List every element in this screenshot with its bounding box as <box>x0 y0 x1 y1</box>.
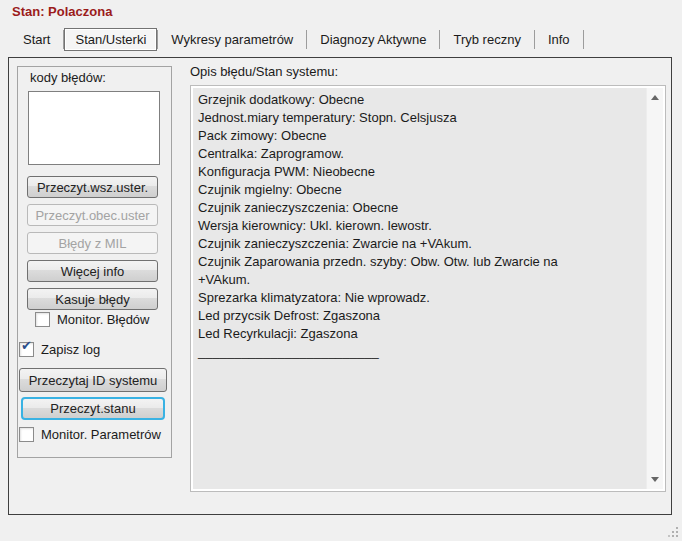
clear-errors-button[interactable]: Kasuje błędy <box>27 288 158 310</box>
tab-stan-usterki[interactable]: Stan/Usterki <box>64 28 157 51</box>
status-line: Sprezarka klimatyzatora: Nie wprowadz. <box>193 289 646 307</box>
mil-errors-button[interactable]: Błędy z MIL <box>27 232 158 254</box>
tab-wykresy-parametrow[interactable]: Wykresy parametrów <box>158 28 306 51</box>
vertical-scrollbar[interactable] <box>646 88 663 489</box>
status-separator-line: _________________________ <box>193 343 646 361</box>
status-line: Czujnik mgielny: Obecne <box>193 181 646 199</box>
read-system-id-button[interactable]: Przeczytaj ID systemu <box>19 368 167 392</box>
checkbox-box[interactable] <box>19 427 34 442</box>
checkbox-label: Monitor. Błędów <box>57 312 150 327</box>
monitor-errors-checkbox[interactable]: Monitor. Błędów <box>35 312 150 327</box>
resize-grip-icon[interactable] <box>676 527 678 529</box>
status-line: Grzejnik dodatkowy: Obecne <box>193 91 646 109</box>
save-log-checkbox[interactable]: ✔ Zapisz log <box>19 342 100 357</box>
more-info-button[interactable]: Więcej info <box>27 260 158 282</box>
status-line: Pack zimowy: Obecne <box>193 127 646 145</box>
app-window: Stan: Polaczona Start Stan/Usterki Wykre… <box>0 0 682 541</box>
tab-diagnozy-aktywne[interactable]: Diagnozy Aktywne <box>307 28 439 51</box>
tab-start[interactable]: Start <box>10 28 63 51</box>
checkbox-box[interactable] <box>35 312 50 327</box>
error-codes-listbox[interactable] <box>28 91 160 165</box>
tab-separator <box>583 30 584 49</box>
status-line: Wersja kierownicy: Ukl. kierown. lewostr… <box>193 217 646 235</box>
checkmark-icon: ✔ <box>21 339 32 352</box>
checkbox-label: Monitor. Parametrów <box>41 427 161 442</box>
read-status-button[interactable]: Przeczyt.stanu <box>21 397 165 420</box>
checkbox-label: Zapisz log <box>41 342 100 357</box>
monitor-parameters-checkbox[interactable]: Monitor. Parametrów <box>19 427 161 442</box>
system-status-text: Grzejnik dodatkowy: Obecne Jednost.miary… <box>193 88 646 489</box>
read-all-faults-button[interactable]: Przeczyt.wsz.uster. <box>27 176 158 198</box>
checkbox-box[interactable]: ✔ <box>19 342 34 357</box>
tab-bar: Start Stan/Usterki Wykresy parametrów Di… <box>10 26 584 53</box>
error-codes-label: kody błędów: <box>30 70 106 85</box>
system-status-textarea[interactable]: Grzejnik dodatkowy: Obecne Jednost.miary… <box>190 85 666 492</box>
status-line: Czujnik Zaparowania przedn. szyby: Obw. … <box>193 253 646 271</box>
status-panel-title: Opis błędu/Stan systemu: <box>190 64 338 79</box>
status-line: Centralka: Zaprogramow. <box>193 145 646 163</box>
status-line: Led Recyrkulacji: Zgaszona <box>193 325 646 343</box>
status-line: Jednost.miary temperatury: Stopn. Celsju… <box>193 109 646 127</box>
status-line: Czujnik zanieczyszczenia: Zwarcie na +VA… <box>193 235 646 253</box>
status-line: Czujnik zanieczyszczenia: Obecne <box>193 199 646 217</box>
connection-status-label: Stan: Polaczona <box>12 4 112 19</box>
status-line: Konfiguracja PWM: Nieobecne <box>193 163 646 181</box>
scroll-up-icon[interactable] <box>651 95 659 100</box>
tab-info[interactable]: Info <box>535 28 583 51</box>
status-line: Led przycsik Defrost: Zgaszona <box>193 307 646 325</box>
status-line: +VAkum. <box>193 271 646 289</box>
scroll-down-icon[interactable] <box>651 477 659 482</box>
read-current-faults-button[interactable]: Przeczyt.obec.uster <box>27 204 158 226</box>
tab-tryb-reczny[interactable]: Tryb reczny <box>440 28 533 51</box>
